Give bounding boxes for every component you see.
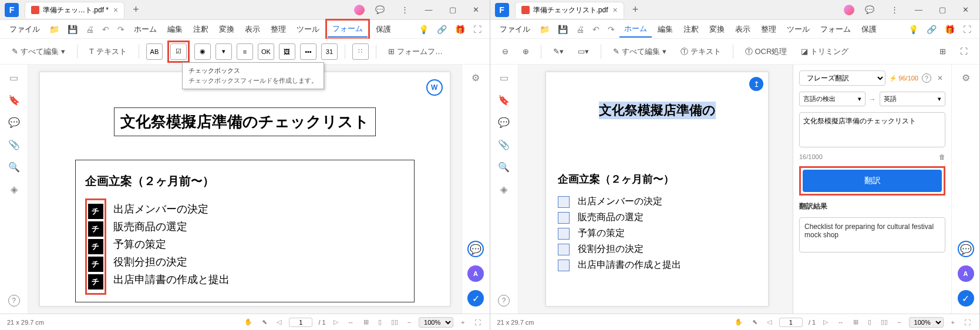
menu-file[interactable]: ファイル: [495, 22, 535, 37]
share-icon[interactable]: 🔗: [433, 22, 450, 36]
menu-convert[interactable]: 変換: [214, 22, 239, 37]
zoom-in-icon[interactable]: +: [949, 319, 957, 326]
menu-view[interactable]: 表示: [730, 22, 755, 37]
chat-circle-icon[interactable]: 💬: [958, 241, 974, 257]
settings-icon[interactable]: ⚙: [470, 72, 481, 83]
ai-badge-icon[interactable]: A: [467, 265, 484, 282]
checkbox-5[interactable]: [558, 260, 570, 271]
lang-from-select[interactable]: 言語の検出▾: [799, 92, 866, 106]
select-tool-icon[interactable]: ⬉: [750, 318, 759, 326]
print-icon[interactable]: 🖨: [82, 22, 97, 36]
zoom-in-icon[interactable]: +: [459, 319, 466, 326]
layers-icon[interactable]: ◈: [8, 183, 20, 195]
thumbnails-icon[interactable]: ▭: [498, 72, 510, 83]
more-icon[interactable]: ⋮: [885, 2, 904, 18]
document-tab[interactable]: 準備チェックリスト.pdf ×: [515, 2, 624, 18]
check-field-3[interactable]: チ: [88, 239, 103, 254]
menu-file[interactable]: ファイル: [5, 22, 45, 37]
comment-icon[interactable]: 💬: [498, 116, 510, 128]
lang-to-select[interactable]: 英語▾: [880, 92, 946, 106]
two-page-icon[interactable]: ▯▯: [389, 318, 400, 326]
new-tab-button[interactable]: +: [129, 4, 143, 16]
check-field-5[interactable]: チ: [88, 274, 103, 289]
help-icon[interactable]: ?: [8, 295, 20, 307]
menu-home[interactable]: ホーム: [619, 21, 652, 38]
menu-organize[interactable]: 整理: [266, 22, 291, 37]
menu-tools[interactable]: ツール: [782, 22, 814, 37]
zoom-select[interactable]: 100%: [909, 317, 944, 328]
expand-icon[interactable]: ⛶: [470, 22, 485, 36]
minimize-button[interactable]: —: [419, 2, 439, 18]
open-icon[interactable]: 📁: [536, 22, 553, 36]
fit-width-icon[interactable]: ↔: [346, 319, 356, 326]
fullscreen-icon[interactable]: ⛶: [473, 319, 483, 326]
zoom-select[interactable]: 100%: [419, 317, 453, 328]
thumbnails-icon[interactable]: ▭: [8, 72, 20, 83]
menu-convert[interactable]: 変換: [705, 22, 729, 37]
lightbulb-icon[interactable]: 💡: [415, 22, 432, 36]
share-icon[interactable]: 🔗: [923, 22, 940, 36]
menu-organize[interactable]: 整理: [756, 22, 781, 37]
check-field-4[interactable]: チ: [88, 257, 103, 272]
single-page-icon[interactable]: ▯: [866, 318, 873, 326]
date-tool[interactable]: 31: [321, 43, 338, 60]
gift-icon[interactable]: 🎁: [452, 22, 469, 36]
comment-icon[interactable]: 💬: [8, 116, 20, 128]
maximize-button[interactable]: ▢: [443, 2, 462, 18]
tab-close-icon[interactable]: ×: [113, 5, 118, 15]
menu-edit[interactable]: 編集: [653, 22, 678, 37]
menu-form[interactable]: フォーム: [816, 22, 856, 37]
fit-width-icon[interactable]: ↔: [836, 319, 846, 326]
menu-comment[interactable]: 注釈: [188, 22, 213, 37]
zoom-out-icon[interactable]: −: [406, 319, 413, 326]
checkbox-4[interactable]: [558, 244, 570, 255]
attachment-icon[interactable]: 📎: [8, 139, 20, 150]
open-icon[interactable]: 📁: [46, 22, 63, 36]
redo-icon[interactable]: ↷: [114, 22, 128, 36]
more-tools-icon[interactable]: ⊞: [935, 43, 951, 60]
more-icon[interactable]: ⋮: [395, 2, 415, 18]
prev-page-icon[interactable]: ◁: [275, 318, 283, 326]
highlight-tool[interactable]: ✎▾: [548, 43, 568, 60]
settings-icon[interactable]: ⚙: [960, 72, 972, 83]
checkbox-3[interactable]: [558, 228, 570, 240]
fit-page-icon[interactable]: ⊞: [362, 318, 371, 326]
menu-home[interactable]: ホーム: [129, 22, 161, 37]
textfield-tool[interactable]: AB: [146, 43, 163, 60]
save-icon[interactable]: 💾: [64, 22, 81, 36]
menu-protect[interactable]: 保護: [371, 22, 396, 37]
search-icon[interactable]: 🔍: [498, 161, 510, 173]
doc-viewport[interactable]: W 文化祭模擬店準備のチェックリスト 企画立案（２ヶ月前〜） チ チ チ チ チ: [28, 65, 462, 314]
check-field-2[interactable]: チ: [88, 221, 103, 237]
expand-icon[interactable]: ⛶: [959, 22, 975, 36]
hand-tool-icon[interactable]: ✋: [733, 318, 745, 326]
close-button[interactable]: ✕: [467, 2, 485, 18]
fullscreen-icon[interactable]: ⛶: [962, 319, 972, 326]
layers-icon[interactable]: ◈: [498, 183, 510, 195]
next-page-icon[interactable]: ▷: [332, 318, 340, 326]
translate-mode-select[interactable]: フレーズ翻訳: [799, 70, 885, 86]
listbox-tool[interactable]: ≡: [237, 43, 253, 60]
document-tab[interactable]: 準備チェッ…ト.pdf * ×: [25, 2, 124, 18]
upload-badge-icon[interactable]: ↥: [749, 77, 763, 91]
zoom-out-tool[interactable]: ⊖: [497, 43, 513, 60]
button-tool[interactable]: OK: [258, 43, 274, 60]
text-tool-button[interactable]: Ⓣ テキスト: [676, 43, 726, 60]
check-badge-icon[interactable]: ✓: [958, 290, 974, 307]
undo-icon[interactable]: ↶: [589, 22, 603, 36]
print-icon[interactable]: 🖨: [572, 22, 588, 36]
new-tab-button[interactable]: +: [629, 4, 642, 16]
zoom-out-icon[interactable]: −: [895, 319, 902, 326]
help-icon[interactable]: ?: [498, 295, 510, 307]
lightbulb-icon[interactable]: 💡: [905, 22, 922, 36]
menu-protect[interactable]: 保護: [857, 22, 881, 37]
chat-circle-icon[interactable]: 💬: [467, 241, 484, 257]
trimming-button[interactable]: ◪ トリミング: [796, 43, 853, 60]
translate-button[interactable]: 翻訳: [803, 170, 942, 192]
select-tool-icon[interactable]: ⬉: [260, 318, 269, 326]
check-badge-icon[interactable]: ✓: [467, 290, 484, 307]
menu-comment[interactable]: 注釈: [679, 22, 703, 37]
menu-edit[interactable]: 編集: [163, 22, 187, 37]
zoom-in-tool[interactable]: ⊕: [518, 43, 534, 60]
menu-tools[interactable]: ツール: [292, 22, 324, 37]
